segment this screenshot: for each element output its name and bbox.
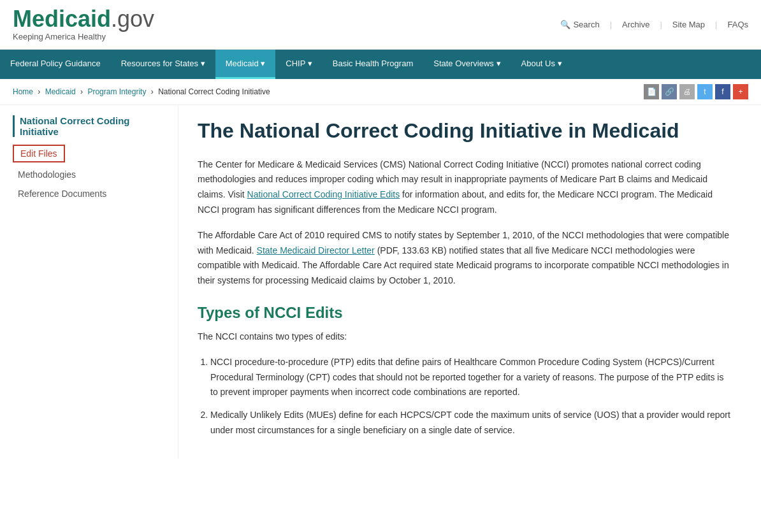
nav-list: Federal Policy Guidance Resources for St…: [0, 50, 761, 79]
edit-files-link[interactable]: Edit Files: [13, 145, 65, 162]
sidebar-nav: Edit Files Methodologies Reference Docum…: [13, 145, 165, 203]
archive-link[interactable]: Archive: [622, 20, 649, 29]
sidebar: National Correct Coding Initiative Edit …: [0, 105, 178, 459]
types-list: NCCI procedure-to-procedure (PTP) edits …: [210, 355, 733, 438]
chevron-icon: ▾: [496, 59, 501, 68]
share-icons: 📄 🔗 🖨 t f +: [644, 84, 748, 99]
main-content: The National Correct Coding Initiative i…: [178, 105, 752, 459]
nav-item-federal-policy[interactable]: Federal Policy Guidance: [0, 50, 111, 79]
sep3: |: [715, 20, 717, 29]
breadcrumb-sep2: ›: [80, 87, 83, 96]
chevron-icon: ▾: [261, 59, 265, 68]
nav-item-resources[interactable]: Resources for States ▾: [111, 50, 215, 79]
sitemap-link[interactable]: Site Map: [672, 20, 705, 29]
breadcrumb-program-integrity[interactable]: Program Integrity: [87, 87, 146, 96]
nav-link-bhp[interactable]: Basic Health Program: [323, 50, 423, 77]
share-facebook-button[interactable]: f: [715, 84, 730, 99]
breadcrumb-bar: Home › Medicaid › Program Integrity › Na…: [0, 79, 761, 105]
sidebar-item-edit-files[interactable]: Edit Files: [13, 145, 165, 165]
list-item-mue: Medically Unlikely Edits (MUEs) define f…: [210, 408, 733, 438]
sidebar-title: National Correct Coding Initiative: [13, 115, 165, 137]
nav-item-chip[interactable]: CHIP ▾: [275, 50, 322, 79]
faqs-link[interactable]: FAQs: [727, 20, 748, 29]
nav-link-chip[interactable]: CHIP ▾: [275, 50, 322, 77]
search-icon: 🔍: [560, 20, 570, 29]
breadcrumb-home[interactable]: Home: [13, 87, 33, 96]
state-medicaid-letter-link[interactable]: State Medicaid Director Letter: [257, 245, 375, 255]
breadcrumb-medicaid[interactable]: Medicaid: [45, 87, 76, 96]
header-links: 🔍 Search | Archive | Site Map | FAQs: [560, 20, 748, 29]
chevron-icon: ▾: [558, 59, 562, 68]
share-printer-button[interactable]: 🖨: [679, 84, 695, 99]
share-plus-button[interactable]: +: [733, 84, 748, 99]
site-header: Medicaid.gov Keeping America Healthy 🔍 S…: [0, 0, 761, 50]
content-paragraph-2: The Affordable Care Act of 2010 required…: [198, 228, 733, 289]
site-tagline: Keeping America Healthy: [13, 32, 154, 41]
nav-item-bhp[interactable]: Basic Health Program: [323, 50, 423, 79]
types-intro: The NCCI contains two types of edits:: [198, 329, 733, 345]
main-layout: National Correct Coding Initiative Edit …: [0, 105, 761, 459]
logo-medicaid: Medicaid: [13, 6, 111, 32]
share-link-button[interactable]: 🔗: [662, 84, 677, 99]
nav-link-about[interactable]: About Us ▾: [511, 50, 572, 77]
logo-area: Medicaid.gov Keeping America Healthy: [13, 8, 154, 41]
site-logo[interactable]: Medicaid.gov: [13, 8, 154, 31]
nav-link-medicaid[interactable]: Medicaid ▾: [215, 50, 276, 79]
chevron-icon: ▾: [201, 59, 205, 68]
types-heading: Types of NCCI Edits: [198, 304, 733, 322]
share-twitter-button[interactable]: t: [697, 84, 713, 99]
breadcrumb-sep1: ›: [38, 87, 40, 96]
list-item-ptp: NCCI procedure-to-procedure (PTP) edits …: [210, 355, 733, 400]
nav-item-state-overviews[interactable]: State Overviews ▾: [423, 50, 511, 79]
breadcrumb-path: Home › Medicaid › Program Integrity › Na…: [13, 87, 270, 96]
ncci-edits-link[interactable]: National Correct Coding Initiative Edits: [247, 189, 400, 199]
nav-link-federal-policy[interactable]: Federal Policy Guidance: [0, 50, 111, 77]
search-label: Search: [573, 20, 599, 29]
search-link[interactable]: 🔍 Search: [560, 20, 599, 29]
sep2: |: [660, 20, 662, 29]
sidebar-item-reference-docs[interactable]: Reference Documents: [13, 184, 165, 203]
logo-gov: .gov: [111, 6, 154, 32]
breadcrumb-current: National Correct Coding Initiative: [158, 87, 270, 96]
chevron-icon: ▾: [308, 59, 312, 68]
page-title: The National Correct Coding Initiative i…: [198, 118, 733, 145]
nav-link-resources[interactable]: Resources for States ▾: [111, 50, 215, 77]
nav-item-medicaid[interactable]: Medicaid ▾: [215, 50, 276, 79]
content-paragraph-1: The Center for Medicare & Medicaid Servi…: [198, 157, 733, 218]
sidebar-item-methodologies[interactable]: Methodologies: [13, 165, 165, 184]
share-print-button[interactable]: 📄: [644, 84, 659, 99]
main-nav: Federal Policy Guidance Resources for St…: [0, 50, 761, 79]
reference-documents-link[interactable]: Reference Documents: [13, 184, 165, 203]
sep1: |: [610, 20, 612, 29]
methodologies-link[interactable]: Methodologies: [13, 165, 165, 184]
nav-item-about[interactable]: About Us ▾: [511, 50, 572, 79]
breadcrumb-sep3: ›: [151, 87, 154, 96]
nav-link-state-overviews[interactable]: State Overviews ▾: [423, 50, 511, 77]
